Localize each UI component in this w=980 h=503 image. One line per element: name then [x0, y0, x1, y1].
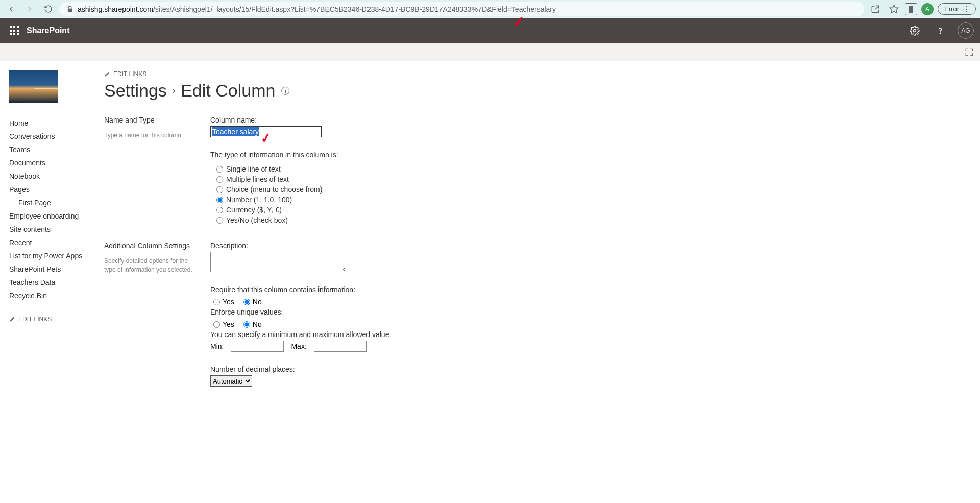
- user-avatar[interactable]: AG: [958, 22, 974, 39]
- min-input[interactable]: [231, 341, 284, 352]
- page-title: Settings › Edit Column i: [104, 81, 980, 101]
- min-label: Min:: [210, 342, 224, 350]
- info-icon[interactable]: i: [281, 87, 289, 95]
- nav-pages[interactable]: Pages: [9, 183, 95, 196]
- range-label: You can specify a minimum and maximum al…: [210, 330, 980, 339]
- svg-point-1: [914, 30, 916, 32]
- type-radio-currency[interactable]: [216, 207, 223, 213]
- suite-header: SharePoint AG: [0, 18, 980, 43]
- decimals-label: Number of decimal places:: [210, 365, 980, 373]
- section-name-type: Name and Type Type a name for this colum…: [104, 116, 980, 225]
- decimals-select[interactable]: Automatic: [210, 375, 252, 387]
- require-yes-radio[interactable]: [213, 299, 220, 305]
- nav-list-power-apps[interactable]: List for my Power Apps: [9, 249, 95, 262]
- bookmark-star-icon[interactable]: [887, 2, 901, 16]
- product-name[interactable]: SharePoint: [27, 26, 69, 35]
- settings-gear-icon[interactable]: [906, 22, 923, 39]
- svg-point-2: [940, 33, 940, 33]
- nav-conversations[interactable]: Conversations: [9, 130, 95, 143]
- section-desc: Type a name for this column.: [104, 131, 200, 140]
- column-name-label: Column name:: [210, 116, 980, 124]
- forward-button[interactable]: [22, 2, 37, 16]
- nav-teams[interactable]: Teams: [9, 143, 95, 156]
- back-button[interactable]: [4, 2, 18, 16]
- max-label: Max:: [291, 342, 306, 350]
- column-name-selection: Teacher salary: [212, 127, 259, 136]
- section-additional: Additional Column Settings Specify detai…: [104, 242, 980, 387]
- nav-documents[interactable]: Documents: [9, 156, 95, 170]
- nav-sharepoint-pets[interactable]: SharePoint Pets: [9, 262, 95, 276]
- extensions-icon[interactable]: [905, 3, 917, 15]
- help-icon[interactable]: [932, 22, 948, 39]
- main-content: EDIT LINKS Settings › Edit Column i Name…: [95, 70, 980, 403]
- type-radio-number[interactable]: [216, 197, 223, 203]
- focus-content-icon[interactable]: [965, 47, 974, 57]
- breadcrumb-current: Edit Column: [181, 81, 275, 101]
- description-textarea[interactable]: [210, 252, 346, 272]
- nav-recent[interactable]: Recent: [9, 236, 95, 249]
- page-scroll[interactable]: Home Conversations Teams Documents Noteb…: [0, 61, 980, 503]
- url-path: /sites/Ashishgoel1/_layouts/15/FldEdit.a…: [153, 5, 556, 13]
- unique-label: Enforce unique values:: [210, 308, 980, 316]
- pencil-icon: [104, 71, 110, 77]
- require-label: Require that this column contains inform…: [210, 285, 980, 294]
- unique-yes-radio[interactable]: [213, 321, 220, 328]
- edit-links-bottom[interactable]: EDIT LINKS: [9, 316, 95, 323]
- reload-button[interactable]: [41, 2, 55, 16]
- unique-no-radio[interactable]: [243, 321, 250, 328]
- left-nav: Home Conversations Teams Documents Noteb…: [9, 70, 95, 403]
- type-radio-text[interactable]: [216, 166, 223, 173]
- app-launcher-icon[interactable]: [6, 22, 22, 39]
- browser-toolbar: ashishg.sharepoint.com/sites/Ashishgoel1…: [0, 0, 980, 18]
- svg-marker-0: [890, 5, 898, 13]
- max-input[interactable]: [314, 341, 367, 352]
- edit-links-top[interactable]: EDIT LINKS: [104, 70, 980, 78]
- pencil-icon: [9, 316, 15, 322]
- require-no-radio[interactable]: [243, 299, 250, 305]
- browser-error-button[interactable]: Error ⋮: [938, 3, 976, 15]
- nav-home[interactable]: Home: [9, 116, 95, 130]
- description-label: Description:: [210, 242, 980, 250]
- type-radio-multiline[interactable]: [216, 176, 223, 183]
- section-desc: Specify detailed options for the type of…: [104, 257, 200, 274]
- profile-avatar[interactable]: A: [921, 3, 934, 15]
- command-bar: [0, 43, 980, 61]
- breadcrumb-settings[interactable]: Settings: [104, 81, 167, 101]
- type-radio-yesno[interactable]: [216, 217, 223, 224]
- nav-first-page[interactable]: First Page: [9, 196, 95, 209]
- type-radio-choice[interactable]: [216, 186, 223, 193]
- address-bar[interactable]: ashishg.sharepoint.com/sites/Ashishgoel1…: [59, 2, 864, 16]
- nav-notebook[interactable]: Notebook: [9, 170, 95, 183]
- nav-recycle-bin[interactable]: Recycle Bin: [9, 289, 95, 302]
- type-prompt: The type of information in this column i…: [210, 151, 980, 159]
- lock-icon: [66, 6, 74, 13]
- share-icon[interactable]: [868, 2, 883, 16]
- site-logo[interactable]: [9, 70, 58, 103]
- url-host: ashishg.sharepoint.com: [78, 5, 153, 13]
- nav-site-contents[interactable]: Site contents: [9, 223, 95, 236]
- nav-teachers-data[interactable]: Teachers Data: [9, 276, 95, 289]
- breadcrumb-sep: ›: [172, 84, 176, 98]
- nav-employee-onboarding[interactable]: Employee onboarding: [9, 209, 95, 223]
- section-heading: Name and Type: [104, 116, 200, 124]
- section-heading: Additional Column Settings: [104, 242, 200, 250]
